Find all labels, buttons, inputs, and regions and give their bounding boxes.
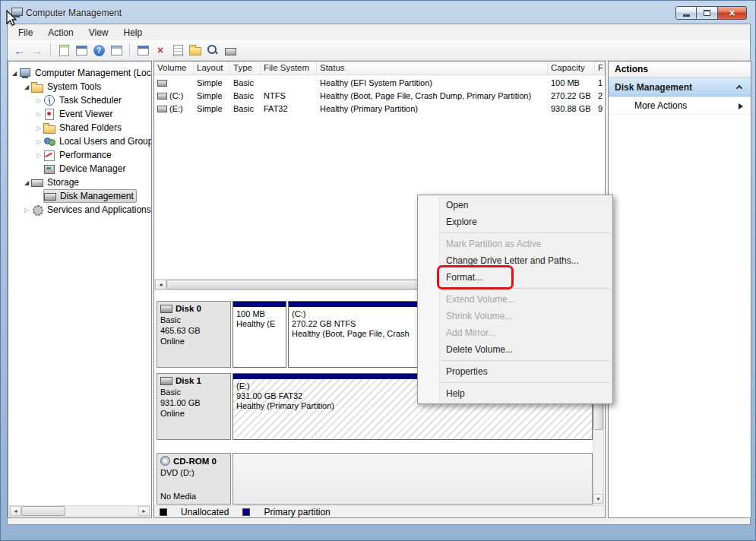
expander-collapsed-icon[interactable]: ▷ [34, 111, 43, 118]
scrollbar-thumb[interactable] [21, 506, 65, 516]
find-button[interactable] [205, 43, 220, 58]
tree-item-computer-management[interactable]: ◢ Computer Management (Local [10, 66, 152, 80]
back-button[interactable]: ← [12, 43, 27, 58]
collapse-chevron-icon[interactable] [736, 85, 742, 91]
maximize-button[interactable] [697, 6, 718, 20]
disk1-header[interactable]: Disk 1 Basic 931.00 GB Online [157, 373, 231, 440]
disk-settings-button[interactable] [223, 43, 238, 58]
volume-row-efi[interactable]: Simple Basic Healthy (EFI System Partiti… [154, 76, 605, 89]
open-folder-button[interactable] [188, 43, 203, 58]
expander-collapsed-icon[interactable]: ▷ [22, 207, 31, 214]
forward-icon: → [32, 44, 43, 57]
partition-efi[interactable]: 100 MB Healthy (E [232, 301, 286, 368]
new-window-button[interactable] [135, 43, 150, 58]
tree-item-task-scheduler[interactable]: ▷ Task Scheduler [34, 93, 122, 107]
column-capacity[interactable]: Capacity [548, 62, 595, 74]
export-list-button[interactable] [56, 43, 71, 58]
menu-file[interactable]: File [11, 25, 40, 40]
properties-button[interactable] [170, 43, 185, 58]
menu-item-properties[interactable]: Properties [418, 363, 612, 380]
tree-item-storage[interactable]: ◢ Storage [22, 176, 79, 189]
tree-item-shared-folders[interactable]: ▷ Shared Folders [34, 121, 122, 134]
tree-item-performance[interactable]: ▷ Performance [34, 148, 112, 162]
tree-item-services-and-applications[interactable]: ▷ Services and Applications [22, 203, 151, 217]
column-free[interactable]: F [595, 62, 605, 74]
delete-button[interactable]: × [153, 43, 168, 58]
scroll-left-icon[interactable]: ◄ [155, 280, 166, 289]
menu-view[interactable]: View [81, 25, 116, 40]
menu-item-explore[interactable]: Explore [418, 214, 612, 230]
expander-collapsed-icon[interactable]: ▷ [34, 138, 43, 145]
minimize-icon [683, 14, 690, 17]
close-button[interactable]: × [718, 6, 747, 20]
column-file-system[interactable]: File System [261, 62, 317, 74]
tree-horizontal-scrollbar[interactable]: ◄ ► [9, 505, 150, 517]
cdrom-media-area[interactable] [232, 453, 593, 505]
volume-row-c[interactable]: (C:) Simple Basic NTFS Healthy (Boot, Pa… [154, 89, 605, 102]
scroll-down-icon[interactable]: ▼ [593, 494, 603, 504]
title-bar[interactable]: Computer Management × [1, 1, 755, 24]
properties-icon [173, 45, 183, 56]
disk-name: CD-ROM 0 [173, 457, 217, 466]
menu-item-mark-partition-active: Mark Partition as Active [418, 236, 612, 252]
expander-collapsed-icon[interactable]: ▷ [34, 97, 43, 104]
menu-help[interactable]: Help [116, 25, 150, 40]
tree-item-local-users-and-groups[interactable]: ▷ Local Users and Groups [34, 134, 152, 148]
volume-icon [157, 93, 167, 100]
disk-name: Disk 1 [176, 376, 201, 385]
menu-item-delete-volume[interactable]: Delete Volume... [418, 341, 612, 358]
help-button[interactable]: ? [91, 43, 106, 58]
tree-item-label: Performance [59, 150, 112, 160]
context-menu: Open Explore Mark Partition as Active Ch… [417, 195, 613, 404]
menu-action[interactable]: Action [40, 25, 81, 40]
more-actions-item[interactable]: More Actions [609, 96, 751, 115]
forward-button[interactable]: → [30, 43, 45, 58]
scroll-right-icon[interactable]: ► [138, 506, 150, 516]
client-area: File Action View Help ← → ? × ◢ [7, 24, 751, 525]
column-status[interactable]: Status [317, 62, 548, 74]
tree-item-label: Shared Folders [59, 122, 122, 133]
tree-item-label: Disk Management [60, 191, 134, 201]
actions-group-disk-management[interactable]: Disk Management [609, 78, 751, 96]
disk-name: Disk 0 [176, 304, 201, 313]
performance-icon [43, 150, 55, 160]
column-type[interactable]: Type [230, 62, 261, 74]
disk0-header[interactable]: Disk 0 Basic 465.63 GB Online [157, 301, 231, 368]
cdrom0-header[interactable]: CD-ROM 0 DVD (D:) No Media [157, 453, 231, 505]
expander-expanded-icon[interactable]: ◢ [22, 179, 31, 186]
system-tools-icon [31, 81, 43, 92]
tree-item-disk-management[interactable]: Disk Management [34, 189, 137, 203]
expander-expanded-icon[interactable]: ◢ [22, 84, 31, 90]
tree-item-system-tools[interactable]: ◢ System Tools [22, 80, 101, 93]
tree-item-label: Computer Management (Local [35, 68, 152, 78]
column-layout[interactable]: Layout [194, 62, 230, 74]
expander-expanded-icon[interactable]: ◢ [10, 70, 19, 77]
volume-row-e[interactable]: (E:) Simple Basic FAT32 Healthy (Primary… [154, 102, 605, 115]
back-icon: ← [14, 44, 26, 57]
tree-item-event-viewer[interactable]: ▷ Event Viewer [34, 107, 112, 121]
console-tree-pane: ◢ Computer Management (Local ◢ System To… [8, 61, 152, 518]
column-volume[interactable]: Volume [154, 62, 194, 74]
disk-size: 465.63 GB [160, 325, 227, 336]
tree-item-device-manager[interactable]: Device Manager [34, 162, 125, 176]
show-action-pane-button[interactable] [109, 43, 124, 58]
toolbar-separator [50, 43, 51, 57]
window-controls: × [675, 6, 747, 20]
tree-item-label: Services and Applications [47, 204, 151, 215]
expander-collapsed-icon[interactable]: ▷ [34, 125, 43, 131]
minimize-button[interactable] [675, 6, 697, 20]
disk-status: No Media [160, 491, 196, 501]
menu-item-help[interactable]: Help [418, 385, 612, 402]
tree-item-label: Local Users and Groups [59, 136, 152, 147]
menu-item-open[interactable]: Open [418, 197, 612, 214]
maximize-icon [704, 10, 710, 16]
scrollbar-thumb[interactable] [166, 280, 429, 289]
new-window-icon [138, 46, 149, 55]
scroll-left-icon[interactable]: ◄ [10, 506, 21, 516]
cd-icon [160, 456, 170, 466]
disk-icon [160, 377, 172, 385]
show-action-pane-icon [111, 46, 122, 55]
close-icon: × [729, 7, 735, 19]
show-console-tree-button[interactable] [74, 43, 89, 58]
expander-collapsed-icon[interactable]: ▷ [34, 152, 43, 159]
